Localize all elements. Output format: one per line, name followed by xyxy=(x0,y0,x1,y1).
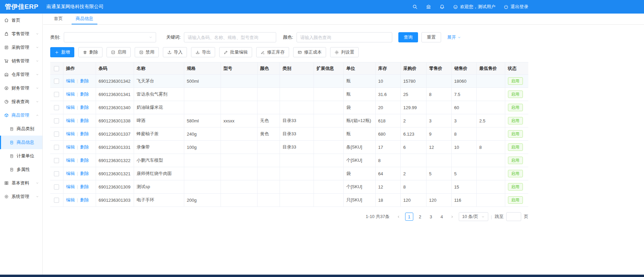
sidebar-item-purchase[interactable]: 采购管理 xyxy=(0,41,42,54)
row-checkbox[interactable] xyxy=(54,184,59,190)
import-icon xyxy=(167,50,172,55)
edit-link[interactable]: 编辑 xyxy=(66,184,75,189)
tab-home[interactable]: 首页 xyxy=(50,14,67,24)
page-4-button[interactable]: 4 xyxy=(438,213,446,221)
table-row: 编辑|删除6901236301303电子手环200g只[SKU]18120120… xyxy=(50,194,528,207)
row-checkbox[interactable] xyxy=(54,198,59,203)
next-page-button[interactable] xyxy=(449,213,456,221)
add-button[interactable]: 新增 xyxy=(50,47,74,57)
enable-button[interactable]: 启用 xyxy=(107,47,131,57)
sidebar-item-label: 商品管理 xyxy=(12,112,29,118)
page-2-button[interactable]: 2 xyxy=(416,213,424,221)
column-settings-button[interactable]: 列设置 xyxy=(330,47,359,57)
sidebar-subitem-product-info[interactable]: 商品信息 xyxy=(0,136,42,149)
delete-link[interactable]: 删除 xyxy=(80,131,89,136)
status-badge: 启用 xyxy=(508,130,523,138)
sidebar-item-home[interactable]: 首页 xyxy=(0,14,42,27)
delete-link[interactable]: 删除 xyxy=(80,105,89,110)
table-cell: 580ml xyxy=(184,114,221,127)
row-checkbox[interactable] xyxy=(54,79,59,84)
operations-cell: 编辑|删除 xyxy=(63,127,96,141)
delete-link[interactable]: 删除 xyxy=(80,78,89,83)
page-3-button[interactable]: 3 xyxy=(427,213,435,221)
search-icon[interactable] xyxy=(412,4,418,9)
fix-stock-button[interactable]: 修正库存 xyxy=(256,47,289,57)
sidebar-item-retail[interactable]: 零售管理 xyxy=(0,27,42,41)
row-checkbox[interactable] xyxy=(54,145,59,150)
color-input[interactable] xyxy=(297,32,392,42)
table-row: 编辑|删除6901236301309测试sp个[SKU]12815启用 xyxy=(50,180,528,194)
delete-link[interactable]: 删除 xyxy=(80,92,89,97)
sidebar-subitem-product-category[interactable]: 商品类别 xyxy=(0,122,42,136)
category-select[interactable] xyxy=(64,32,156,42)
batch-edit-button[interactable]: 批量编辑 xyxy=(219,47,252,57)
chevron-up-icon xyxy=(36,114,39,117)
edit-link[interactable]: 编辑 xyxy=(66,105,75,110)
delete-link[interactable]: 删除 xyxy=(80,197,89,202)
sidebar-item-basic-data[interactable]: 基本资料 xyxy=(0,176,42,190)
row-checkbox[interactable] xyxy=(54,171,59,176)
sidebar-item-finance[interactable]: 财务管理 xyxy=(0,81,42,95)
cart-icon xyxy=(4,59,9,63)
delete-link[interactable]: 删除 xyxy=(80,118,89,123)
delete-link[interactable]: 删除 xyxy=(80,184,89,189)
edit-link[interactable]: 编辑 xyxy=(66,158,75,163)
delete-link[interactable]: 删除 xyxy=(80,171,89,176)
table-cell xyxy=(221,154,257,167)
sidebar-item-products[interactable]: 商品管理 xyxy=(0,108,42,122)
select-all-checkbox[interactable] xyxy=(54,66,59,71)
row-checkbox[interactable] xyxy=(54,118,59,123)
disable-button[interactable]: 禁用 xyxy=(135,47,159,57)
sidebar-item-sales[interactable]: 销售管理 xyxy=(0,54,42,68)
column-header: 单位 xyxy=(343,62,375,75)
table-cell: 6 xyxy=(400,141,426,154)
row-checkbox[interactable] xyxy=(54,92,59,97)
row-checkbox[interactable] xyxy=(54,158,59,163)
edit-link[interactable]: 编辑 xyxy=(66,131,75,136)
fix-cost-button[interactable]: 修正成本 xyxy=(293,47,326,57)
warehouse-icon xyxy=(4,72,9,77)
top-header: 管伊佳ERP 南通某某网络科技有限公司 欢迎您，测试用户 退出登录 xyxy=(0,0,644,14)
import-button[interactable]: 导入 xyxy=(163,47,187,57)
user-welcome[interactable]: 欢迎您，测试用户 xyxy=(453,4,495,10)
edit-link[interactable]: 编辑 xyxy=(66,171,75,176)
table-cell: 3 xyxy=(451,114,476,127)
keyword-input[interactable] xyxy=(184,32,276,42)
edit-link[interactable]: 编辑 xyxy=(66,118,75,123)
table-cell xyxy=(280,101,314,114)
edit-link[interactable]: 编辑 xyxy=(66,78,75,83)
search-button[interactable]: 查询 xyxy=(398,32,418,42)
table-cell: 5 xyxy=(426,167,451,180)
link-divider: | xyxy=(77,144,78,150)
table-cell: 瓶 xyxy=(343,88,375,101)
sidebar-subitem-multi-attribute[interactable]: 多属性 xyxy=(0,163,42,176)
sidebar-item-warehouse[interactable]: 仓库管理 xyxy=(0,68,42,81)
table-cell: 20 xyxy=(375,101,400,114)
sidebar-item-reports[interactable]: 报表查询 xyxy=(0,95,42,108)
page-size-select[interactable]: 10 条/页 xyxy=(459,212,488,221)
delete-link[interactable]: 删除 xyxy=(80,144,89,150)
edit-link[interactable]: 编辑 xyxy=(66,197,75,202)
expand-link[interactable]: 展开 xyxy=(447,34,461,40)
bank-icon[interactable] xyxy=(426,4,431,9)
sidebar-item-system[interactable]: 系统管理 xyxy=(0,190,42,203)
sidebar-subitem-measure-unit[interactable]: 计量单位 xyxy=(0,149,42,163)
table-cell: 瓶/(箱=12瓶) xyxy=(343,114,375,127)
button-label: 禁用 xyxy=(146,49,154,55)
edit-link[interactable]: 编辑 xyxy=(66,92,75,97)
tab-product-info[interactable]: 商品信息 xyxy=(72,14,97,24)
logout-button[interactable]: 退出登录 xyxy=(504,4,528,10)
page-1-button[interactable]: 1 xyxy=(405,213,413,221)
row-checkbox[interactable] xyxy=(54,132,59,137)
card-edit-icon xyxy=(298,50,302,55)
delete-button[interactable]: 删除 xyxy=(78,47,102,57)
delete-link[interactable]: 删除 xyxy=(80,158,89,163)
edit-link[interactable]: 编辑 xyxy=(66,144,75,150)
reset-button[interactable]: 重置 xyxy=(421,32,441,42)
jump-page-input[interactable] xyxy=(506,212,521,221)
export-button[interactable]: 导出 xyxy=(191,47,215,57)
bell-icon[interactable] xyxy=(439,4,445,9)
prev-page-button[interactable] xyxy=(395,213,402,221)
row-checkbox[interactable] xyxy=(54,105,59,110)
table-cell: 6901236301338 xyxy=(96,114,134,127)
